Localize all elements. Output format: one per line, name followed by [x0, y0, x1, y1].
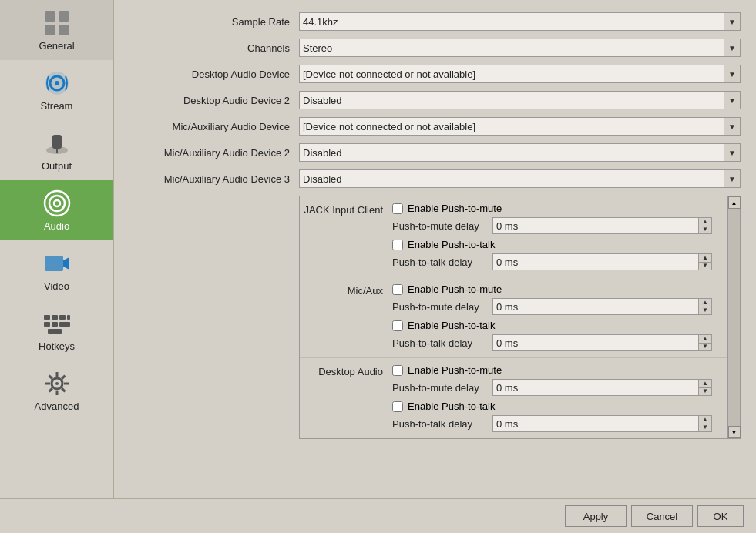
desktop-audio-mute-delay-spinbox: ▲ ▼	[492, 379, 712, 396]
stream-icon	[42, 69, 72, 98]
mic-aux2-row: Mic/Auxiliary Audio Device 2 Disabled ▼	[129, 143, 741, 162]
desktop-audio2-select-wrapper: Disabled ▼	[299, 91, 741, 109]
svg-rect-17	[59, 315, 66, 320]
apply-button[interactable]: Apply	[565, 505, 627, 527]
desktop-audio-mute-delay-input[interactable]	[492, 379, 698, 396]
output-icon	[42, 129, 72, 158]
ok-button[interactable]: OK	[697, 505, 744, 527]
jack-talk-delay-input[interactable]	[492, 253, 698, 270]
sidebar-hotkeys-label: Hotkeys	[39, 340, 75, 352]
mic-aux-talk-delay-label: Push-to-talk delay	[392, 337, 492, 349]
desktop-audio-section-label: Desktop Audio	[300, 364, 392, 432]
svg-rect-19	[52, 322, 58, 327]
desktop-audio2-select[interactable]: Disabled	[299, 91, 741, 109]
desktop-audio-section-content: Enable Push-to-mute Push-to-mute delay ▲…	[392, 364, 727, 432]
mic-aux-ptm-check-row: Enable Push-to-mute	[392, 283, 712, 295]
svg-line-30	[49, 376, 52, 379]
sidebar-video-label: Video	[44, 280, 69, 292]
mic-aux3-select[interactable]: Disabled	[299, 169, 741, 188]
mic-aux-select[interactable]: [Device not connected or not available]	[299, 117, 741, 136]
jack-content: Enable Push-to-mute Push-to-mute delay ▲…	[392, 203, 727, 270]
mic-aux-talk-delay-input[interactable]	[492, 334, 698, 351]
mic-aux-ptt-check-row: Enable Push-to-talk	[392, 320, 712, 331]
jack-talk-delay-spinbox: ▲ ▼	[492, 253, 712, 270]
sidebar-advanced-label: Advanced	[35, 401, 79, 412]
desktop-audio-mute-delay-up-btn[interactable]: ▲	[699, 380, 711, 388]
sidebar-item-audio[interactable]: Audio	[0, 180, 113, 240]
channels-row: Channels Stereo ▼	[129, 39, 741, 57]
desktop-audio-talk-delay-input[interactable]	[492, 415, 698, 432]
mic-aux-enable-ptt-checkbox[interactable]	[392, 320, 403, 331]
mic-aux-talk-delay-down-btn[interactable]: ▼	[699, 344, 711, 351]
desktop-audio-enable-ptt-checkbox[interactable]	[392, 401, 403, 412]
jack-talk-delay-row: Push-to-talk delay ▲ ▼	[392, 253, 712, 270]
sidebar-item-general[interactable]: General	[0, 0, 113, 60]
jack-scroll-track	[728, 209, 740, 426]
svg-rect-23	[67, 315, 70, 320]
svg-rect-1	[59, 11, 69, 22]
mic-aux-mute-delay-up-btn[interactable]: ▲	[699, 299, 711, 307]
mic-aux2-select[interactable]: Disabled	[299, 143, 741, 162]
svg-rect-18	[44, 322, 50, 327]
svg-marker-14	[63, 257, 69, 270]
mic-aux-mute-delay-row: Push-to-mute delay ▲ ▼	[392, 298, 712, 315]
jack-mute-delay-down-btn[interactable]: ▼	[699, 226, 711, 234]
jack-scroll-up-btn[interactable]: ▲	[728, 196, 741, 209]
jack-talk-delay-spin-buttons: ▲ ▼	[698, 253, 712, 270]
button-bar: Apply Cancel OK	[0, 498, 756, 533]
jack-ptm-check-row: Enable Push-to-mute	[392, 203, 712, 214]
mic-aux-row: Mic/Auxiliary Audio Device [Device not c…	[129, 117, 741, 136]
mic-aux-enable-ptm-label: Enable Push-to-mute	[408, 283, 502, 295]
svg-rect-13	[45, 256, 63, 271]
desktop-audio-mute-delay-spin-buttons: ▲ ▼	[698, 379, 712, 396]
mic-aux-talk-delay-spinbox: ▲ ▼	[492, 334, 712, 351]
desktop-audio-row: Desktop Audio Device [Device not connect…	[129, 65, 741, 83]
desktop-audio-label: Desktop Audio Device	[129, 69, 299, 80]
sample-rate-select[interactable]: 44.1khz	[299, 12, 741, 31]
mic-aux-enable-ptm-checkbox[interactable]	[392, 284, 403, 295]
sidebar-item-stream[interactable]: Stream	[0, 60, 113, 120]
svg-rect-16	[52, 315, 58, 320]
mic-aux-mute-delay-spin-buttons: ▲ ▼	[698, 298, 712, 315]
mic-aux-mute-delay-down-btn[interactable]: ▼	[699, 307, 711, 315]
jack-mute-delay-spin-buttons: ▲ ▼	[698, 217, 712, 234]
jack-ptt-check-row: Enable Push-to-talk	[392, 239, 712, 250]
sidebar-item-output[interactable]: Output	[0, 120, 113, 180]
svg-point-6	[55, 81, 59, 85]
desktop-audio-select-wrapper: [Device not connected or not available] …	[299, 65, 741, 83]
mic-aux-label: Mic/Auxiliary Audio Device	[129, 121, 299, 132]
hotkeys-icon	[42, 309, 72, 338]
desktop-audio-talk-delay-up-btn[interactable]: ▲	[699, 416, 711, 424]
jack-scroll-down-btn[interactable]: ▼	[728, 426, 741, 438]
sidebar-item-hotkeys[interactable]: Hotkeys	[0, 300, 113, 360]
sidebar-item-advanced[interactable]: Advanced	[0, 360, 113, 421]
jack-talk-delay-up-btn[interactable]: ▲	[699, 254, 711, 263]
desktop-audio-enable-ptm-checkbox[interactable]	[392, 365, 403, 376]
mic-aux-talk-delay-up-btn[interactable]: ▲	[699, 335, 711, 344]
general-icon	[42, 8, 72, 38]
mic-aux-mute-delay-input[interactable]	[492, 298, 698, 315]
svg-rect-0	[45, 11, 55, 22]
cancel-button[interactable]: Cancel	[631, 505, 693, 527]
desktop-audio-enable-ptt-label: Enable Push-to-talk	[408, 401, 495, 412]
jack-scrollbar: ▲ ▼	[728, 196, 741, 439]
channels-select[interactable]: Stereo	[299, 39, 741, 57]
desktop-audio-talk-delay-down-btn[interactable]: ▼	[699, 424, 711, 432]
sidebar-item-video[interactable]: Video	[0, 240, 113, 300]
jack-enable-ptt-checkbox[interactable]	[392, 240, 403, 250]
channels-label: Channels	[129, 42, 299, 54]
jack-mute-delay-up-btn[interactable]: ▲	[699, 218, 711, 226]
jack-mute-delay-input[interactable]	[492, 217, 698, 234]
jack-talk-delay-down-btn[interactable]: ▼	[699, 263, 711, 270]
audio-icon	[42, 189, 72, 218]
desktop-audio-mute-delay-down-btn[interactable]: ▼	[699, 388, 711, 396]
jack-enable-ptt-label: Enable Push-to-talk	[408, 239, 495, 250]
desktop-audio-talk-delay-row: Push-to-talk delay ▲ ▼	[392, 415, 712, 432]
svg-line-31	[62, 388, 65, 391]
desktop-audio-section: Desktop Audio Enable Push-to-mute Push-t…	[300, 358, 727, 438]
advanced-icon	[42, 369, 72, 398]
desktop-audio-select[interactable]: [Device not connected or not available]	[299, 65, 741, 83]
jack-enable-ptm-checkbox[interactable]	[392, 203, 403, 214]
main-content: Sample Rate 44.1khz ▼ Channels Stereo ▼	[114, 0, 756, 498]
desktop-audio2-label: Desktop Audio Device 2	[129, 95, 299, 106]
